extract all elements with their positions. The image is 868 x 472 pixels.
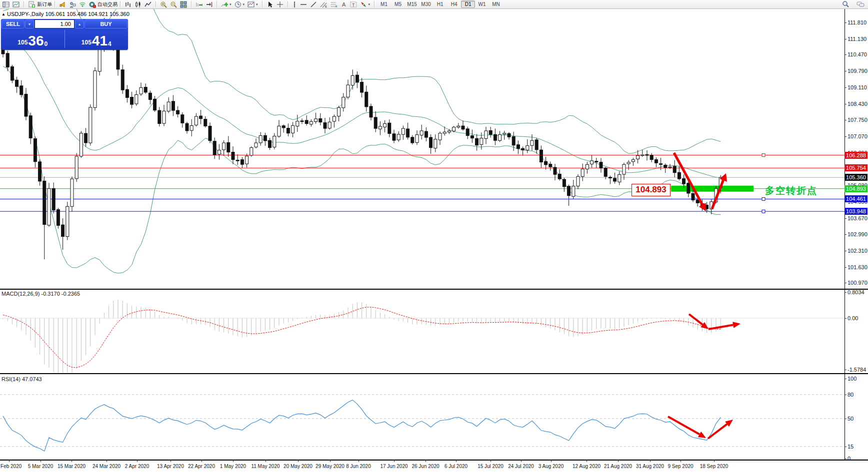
annotation-arrow — [708, 424, 727, 439]
chart-canvas[interactable] — [0, 0, 868, 472]
price-tag: 104.461 — [844, 195, 868, 202]
candle-body — [94, 71, 96, 108]
buy-price-sup: 4 — [108, 40, 112, 47]
volume-up-button[interactable]: ▲ — [75, 19, 84, 28]
candle-body — [586, 164, 588, 169]
candle-body — [673, 166, 676, 173]
candle-body — [144, 87, 147, 92]
symbol-period-label: USDJPY-,Daily — [7, 11, 44, 17]
candle-body — [116, 49, 120, 69]
candle-body — [158, 110, 161, 124]
candle-body — [190, 126, 193, 131]
candle-body — [516, 145, 520, 149]
candle-body — [489, 130, 492, 134]
level-price-callout[interactable]: 104.893 — [632, 184, 670, 196]
candle-body — [24, 94, 28, 116]
candle-body — [687, 183, 690, 193]
candle-body — [650, 155, 653, 160]
candle-body — [668, 167, 672, 168]
candle-body — [194, 116, 198, 125]
candle-body — [324, 123, 326, 129]
price-tag: 103.948 — [844, 208, 868, 215]
candle-body — [494, 134, 496, 140]
sell-price[interactable]: 105 36 0 — [1, 29, 64, 49]
candle-body — [273, 136, 276, 147]
volume-down-button[interactable]: ▼ — [25, 19, 34, 28]
candle-body — [20, 86, 23, 95]
candle-body — [535, 140, 538, 150]
volume-input[interactable]: 1.00 — [34, 19, 74, 28]
candle-body — [300, 121, 304, 122]
candle-body — [126, 89, 128, 97]
ohlc-low: 104.921 — [88, 11, 108, 17]
pane-separator-rsi[interactable] — [0, 373, 868, 374]
candle-body — [346, 85, 350, 97]
candle-body — [558, 174, 561, 179]
price-tag: 105.754 — [844, 164, 868, 171]
candle-body — [443, 132, 446, 133]
candle-body — [296, 121, 299, 126]
turning-point-text[interactable]: 多空转折点 — [765, 184, 818, 197]
line-handle — [762, 198, 765, 201]
buy-button[interactable]: BUY — [84, 19, 128, 28]
candle-body — [632, 160, 634, 162]
candle-body — [388, 123, 391, 133]
candle-body — [310, 121, 312, 124]
candle-body — [213, 141, 216, 155]
candle-body — [6, 53, 9, 67]
price-tag: 104.893 — [844, 185, 868, 192]
candle-body — [470, 136, 474, 138]
candle-body — [568, 186, 570, 196]
candle-body — [167, 102, 170, 111]
candle-body — [420, 131, 423, 135]
candle-body — [34, 139, 36, 162]
candle-body — [148, 93, 152, 99]
line-handle — [762, 210, 765, 213]
candle-body — [66, 206, 69, 236]
candle-body — [305, 120, 308, 124]
candle-body — [636, 155, 640, 159]
candle-body — [29, 116, 32, 138]
price-tag: 105.360 — [844, 174, 868, 181]
candle-body — [48, 188, 50, 225]
macd-label: MACD(12,26,9) -0.3170 -0.2365 — [2, 291, 80, 297]
candle-body — [608, 177, 612, 178]
candle-body — [572, 186, 575, 197]
candle-body — [411, 137, 414, 143]
macd-pane — [0, 300, 844, 381]
bb-middle-band — [3, 38, 720, 178]
direction-up-icon: ▲ — [2, 12, 6, 16]
candle-body — [200, 116, 202, 119]
candle-body — [430, 137, 432, 148]
candle-body — [498, 135, 502, 141]
candle-body — [43, 181, 46, 224]
candle-body — [254, 143, 258, 147]
candle-body — [250, 148, 253, 155]
candle-body — [664, 165, 667, 167]
candle-body — [406, 129, 410, 137]
candle-body — [448, 131, 450, 132]
candle-body — [332, 116, 336, 121]
candle-body — [162, 111, 166, 123]
candle-body — [462, 126, 464, 129]
candle-body — [646, 154, 648, 155]
candle-body — [438, 133, 442, 140]
candle-body — [218, 150, 220, 154]
candle-body — [186, 123, 188, 131]
candle-body — [526, 146, 529, 150]
candle-body — [576, 176, 580, 186]
candle-body — [466, 129, 469, 136]
candle-body — [176, 110, 180, 114]
candle-body — [338, 107, 340, 116]
pane-separator-macd[interactable] — [0, 289, 868, 290]
annotation-arrowhead — [732, 322, 740, 328]
sell-button[interactable]: SELL — [2, 19, 24, 28]
candle-body — [678, 172, 680, 179]
sell-price-prefix: 105 — [18, 39, 28, 46]
candle-body — [503, 133, 506, 134]
candle-body — [328, 122, 331, 128]
buy-price[interactable]: 105 41 4 — [65, 29, 128, 49]
pane-separator-dates — [0, 460, 868, 461]
candle-body — [374, 117, 377, 128]
rsi-pane — [0, 395, 844, 451]
